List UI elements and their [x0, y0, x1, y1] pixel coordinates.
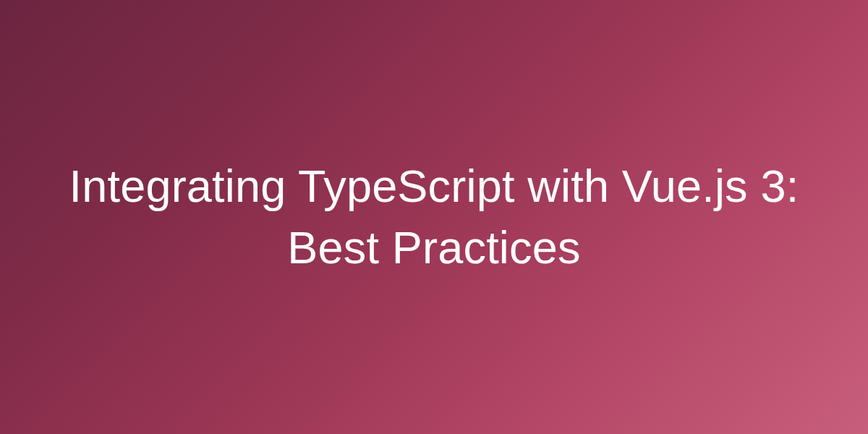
hero-banner: Integrating TypeScript with Vue.js 3: Be… — [0, 0, 868, 434]
hero-title: Integrating TypeScript with Vue.js 3: Be… — [51, 156, 817, 278]
